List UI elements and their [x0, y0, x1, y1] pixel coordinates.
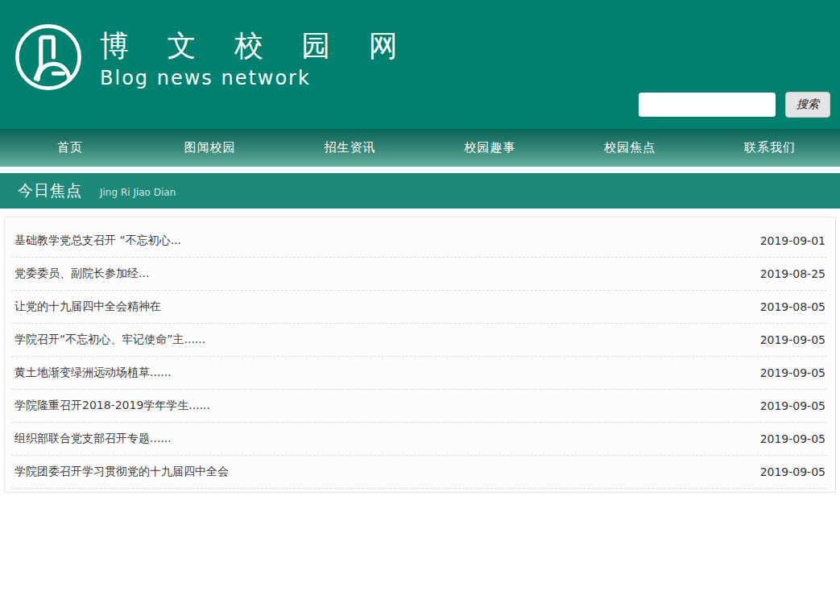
news-title[interactable]: 学院隆重召开2018-2019学年学生...... [11, 399, 210, 413]
section-header: 今日焦点 Jing Ri Jiao Dian [0, 173, 840, 209]
news-date: 2019-09-05 [760, 432, 827, 445]
news-row[interactable]: 学院隆重召开2018-2019学年学生...... 2019-09-05 [11, 390, 827, 423]
brand-text: 博 文 校 园 网 Blog news network [100, 20, 412, 89]
search-area: 搜索 [639, 92, 830, 118]
news-title[interactable]: 让党的十九届四中全会精神在 [11, 300, 161, 314]
nav-item-contact[interactable]: 联系我们 [700, 129, 840, 167]
news-title[interactable]: 黄土地渐变绿洲远动场植草...... [11, 366, 172, 380]
news-row[interactable]: 党委委员、副院长参加经... 2019-08-25 [11, 258, 827, 291]
news-row[interactable]: 学院召开“不忘初心、牢记使命”主...... 2019-09-05 [11, 324, 827, 357]
news-row[interactable]: 基础教学党总支召开 “不忘初心... 2019-09-01 [11, 225, 827, 258]
site-title: 博 文 校 园 网 [100, 30, 412, 62]
news-date: 2019-09-05 [760, 399, 827, 412]
section-title: 今日焦点 [18, 180, 82, 201]
news-row[interactable]: 学院团委召开学习贯彻党的十九届四中全会 2019-09-05 [11, 456, 827, 489]
site-subtitle: Blog news network [100, 67, 412, 89]
news-row[interactable]: 黄土地渐变绿洲远动场植草...... 2019-09-05 [11, 357, 827, 390]
news-title[interactable]: 基础教学党总支召开 “不忘初心... [11, 234, 181, 248]
news-row[interactable]: 组织部联合党支部召开专题...... 2019-09-05 [11, 423, 827, 456]
news-row[interactable]: 让党的十九届四中全会精神在 2019-08-05 [11, 291, 827, 324]
brand: 博 文 校 园 网 Blog news network [11, 20, 412, 94]
campus-seal-icon [11, 20, 85, 94]
news-title[interactable]: 组织部联合党支部召开专题...... [11, 432, 172, 446]
search-input[interactable] [639, 93, 776, 117]
news-date: 2019-09-05 [760, 465, 827, 478]
site-header: 博 文 校 园 网 Blog news network 搜索 [0, 0, 840, 129]
nav-item-fun[interactable]: 校园趣事 [420, 129, 560, 167]
news-date: 2019-08-25 [760, 267, 827, 280]
search-button[interactable]: 搜索 [785, 92, 830, 118]
section-gap [0, 167, 840, 173]
news-title[interactable]: 党委委员、副院长参加经... [11, 267, 149, 281]
nav-item-home[interactable]: 首页 [0, 129, 140, 167]
news-list: 基础教学党总支召开 “不忘初心... 2019-09-01 党委委员、副院长参加… [4, 217, 836, 493]
news-title[interactable]: 学院召开“不忘初心、牢记使命”主...... [11, 333, 205, 347]
main-nav: 首页 图闻校园 招生资讯 校园趣事 校园焦点 联系我们 [0, 129, 840, 167]
news-date: 2019-08-05 [760, 300, 827, 313]
news-date: 2019-09-01 [760, 234, 827, 247]
news-title[interactable]: 学院团委召开学习贯彻党的十九届四中全会 [11, 465, 229, 479]
nav-item-admission[interactable]: 招生资讯 [280, 129, 420, 167]
news-date: 2019-09-05 [760, 366, 827, 379]
news-date: 2019-09-05 [760, 333, 827, 346]
nav-item-gallery[interactable]: 图闻校园 [140, 129, 280, 167]
section-subtitle: Jing Ri Jiao Dian [100, 184, 176, 198]
nav-item-focus[interactable]: 校园焦点 [560, 129, 700, 167]
